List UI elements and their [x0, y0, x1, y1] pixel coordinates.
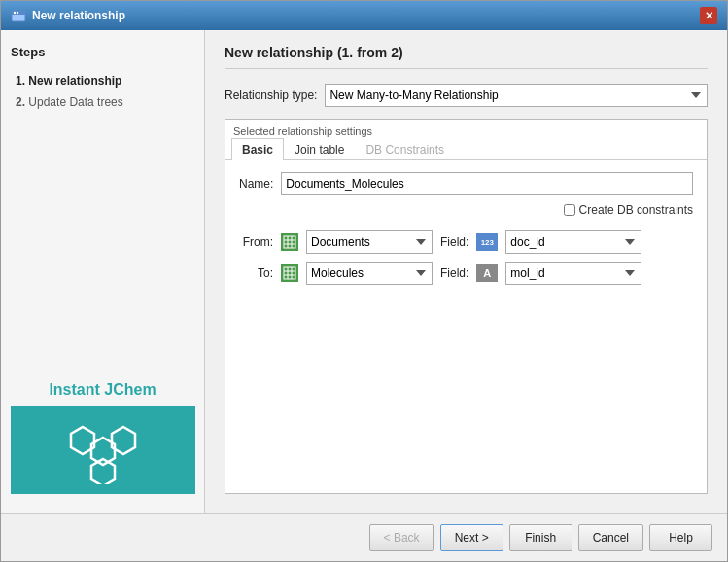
- tab-db-constraints: DB Constraints: [355, 138, 455, 160]
- cancel-button[interactable]: Cancel: [578, 524, 643, 551]
- to-table-select[interactable]: Molecules: [306, 262, 433, 285]
- dialog-footer: < Back Next > Finish Cancel Help: [1, 513, 727, 561]
- dialog-body: Steps 1. New relationship 2. Update Data…: [1, 30, 727, 513]
- name-row: Name:: [239, 172, 693, 195]
- back-button[interactable]: < Back: [369, 524, 434, 551]
- finish-button[interactable]: Finish: [509, 524, 572, 551]
- logo-text: Instant JChem: [49, 381, 156, 399]
- step-2-number: 2.: [16, 95, 25, 109]
- step-2-label: Update Data trees: [28, 95, 122, 109]
- from-table-select[interactable]: Documents: [306, 230, 433, 254]
- main-title: New relationship (1. from 2): [225, 45, 708, 69]
- settings-inner: Name: Create DB constraints: [225, 160, 707, 297]
- relationship-type-select[interactable]: New Many-to-Many Relationship New One-to…: [325, 84, 708, 107]
- svg-marker-5: [71, 427, 94, 454]
- from-field-type-icon: 123: [476, 233, 498, 251]
- svg-rect-13: [284, 267, 295, 279]
- dialog: New relationship ✕ Steps 1. New relation…: [0, 0, 728, 562]
- main-content: New relationship (1. from 2) Relationshi…: [205, 30, 727, 513]
- to-table-icon: [281, 264, 298, 282]
- step-1-number: 1.: [16, 74, 25, 88]
- relationship-type-row: Relationship type: New Many-to-Many Rela…: [225, 84, 708, 107]
- step-2: 2. Update Data trees: [11, 92, 194, 112]
- relationship-type-label: Relationship type:: [225, 88, 317, 102]
- close-button[interactable]: ✕: [700, 7, 717, 24]
- table-grid-icon-2: [283, 266, 296, 280]
- settings-label: Selected relationship settings: [225, 120, 707, 137]
- tabs-row: Basic Join table DB Constraints: [225, 137, 707, 160]
- create-db-constraints-text: Create DB constraints: [579, 203, 693, 217]
- honeycomb-icon: [69, 416, 137, 484]
- dialog-title: New relationship: [32, 9, 125, 22]
- to-field-type-icon: A: [476, 264, 498, 282]
- title-bar: New relationship ✕: [1, 1, 727, 30]
- next-button[interactable]: Next >: [440, 524, 503, 551]
- sidebar: Steps 1. New relationship 2. Update Data…: [1, 30, 205, 513]
- svg-point-2: [14, 12, 16, 14]
- to-field-label: Field:: [440, 266, 468, 280]
- create-db-constraints-checkbox[interactable]: [564, 204, 575, 216]
- step-1-label: New relationship: [28, 74, 121, 88]
- svg-marker-7: [91, 459, 115, 484]
- dialog-icon: [11, 8, 26, 23]
- svg-marker-6: [112, 427, 135, 454]
- constraints-row: Create DB constraints: [239, 203, 693, 217]
- from-label: From:: [239, 235, 273, 249]
- to-row: To: Molecu: [239, 262, 693, 285]
- help-button[interactable]: Help: [649, 524, 712, 551]
- logo-box: [11, 406, 195, 494]
- from-field-select[interactable]: doc_id: [505, 230, 641, 254]
- from-row: From: Docu: [239, 230, 693, 254]
- to-field-select[interactable]: mol_id: [505, 262, 641, 285]
- table-grid-icon: [283, 235, 296, 249]
- create-db-constraints-label[interactable]: Create DB constraints: [564, 203, 693, 217]
- name-label: Name:: [239, 177, 273, 191]
- name-input[interactable]: [281, 172, 693, 195]
- svg-point-3: [17, 12, 18, 14]
- tab-join-table[interactable]: Join table: [284, 138, 355, 160]
- step-1: 1. New relationship: [11, 71, 194, 90]
- from-to-section: From: Docu: [239, 230, 693, 285]
- to-label: To:: [239, 266, 273, 280]
- tab-basic[interactable]: Basic: [231, 138, 284, 160]
- from-field-label: Field:: [440, 235, 468, 249]
- from-table-icon: [281, 233, 298, 251]
- logo-area: Instant JChem: [11, 371, 194, 499]
- steps-title: Steps: [11, 45, 194, 59]
- title-bar-left: New relationship: [11, 8, 125, 23]
- svg-rect-8: [284, 236, 295, 248]
- settings-box: Selected relationship settings Basic Joi…: [225, 119, 708, 494]
